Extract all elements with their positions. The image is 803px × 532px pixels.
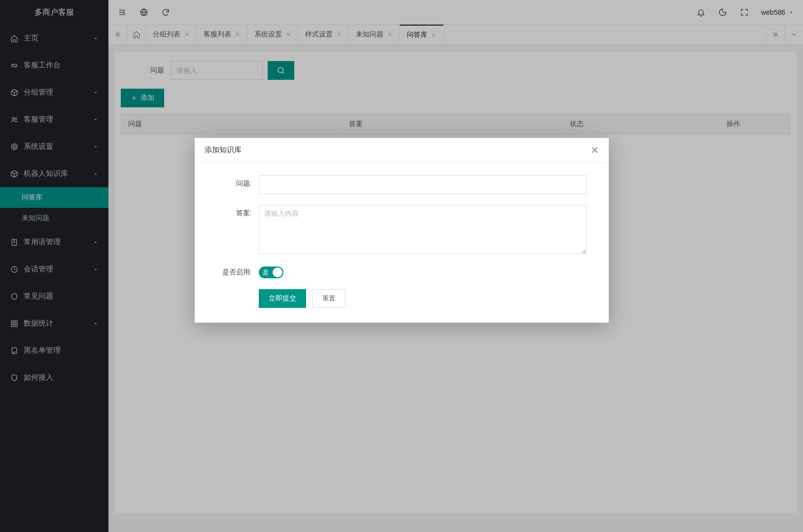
submit-button[interactable]: 立即提交 bbox=[259, 289, 306, 308]
modal-body: 问题: 答案: 是否启用: 是 立即提交 重置 bbox=[195, 163, 609, 323]
answer-label: 答案: bbox=[205, 205, 259, 218]
switch-knob bbox=[273, 267, 282, 277]
question-label: 问题: bbox=[205, 175, 259, 188]
add-kb-modal: 添加知识库 ✕ 问题: 答案: 是否启用: 是 立即提交 重置 bbox=[195, 138, 609, 323]
reset-button[interactable]: 重置 bbox=[312, 289, 346, 308]
switch-on-text: 是 bbox=[259, 268, 269, 277]
enable-switch[interactable]: 是 bbox=[259, 266, 283, 278]
modal-header: 添加知识库 ✕ bbox=[195, 138, 609, 163]
modal-title: 添加知识库 bbox=[205, 145, 591, 155]
enable-label: 是否启用: bbox=[205, 268, 259, 277]
form-row-answer: 答案: bbox=[205, 205, 599, 256]
form-actions: 立即提交 重置 bbox=[205, 289, 599, 308]
form-row-enable: 是否启用: 是 bbox=[205, 266, 599, 278]
form-row-question: 问题: bbox=[205, 175, 599, 194]
answer-textarea[interactable] bbox=[259, 205, 587, 254]
question-input[interactable] bbox=[259, 175, 587, 194]
close-icon[interactable]: ✕ bbox=[591, 145, 599, 155]
